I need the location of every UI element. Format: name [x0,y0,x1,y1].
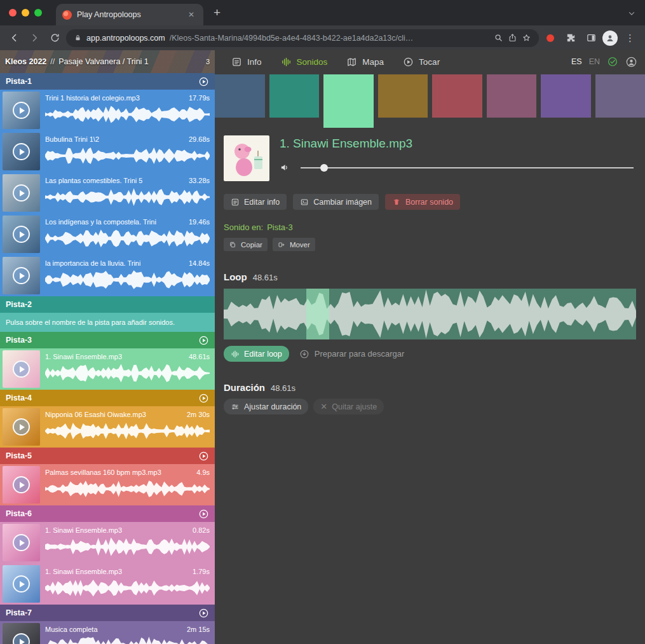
sound-thumbnail[interactable] [3,524,40,561]
track-header-pista-5[interactable]: Pista-5 [0,448,215,464]
sound-name[interactable]: Trini 1 historia del colegio.mp3 [45,94,140,102]
sound-item[interactable]: Musica completa2m 15s [0,621,215,644]
remove-adjust-button[interactable]: ✕ Quitar ajuste [313,399,384,414]
browser-tab[interactable]: Play Antropoloops ✕ [56,4,203,25]
sound-name[interactable]: Las plantas comestibles. Trini 5 [45,177,142,184]
sound-name[interactable]: 1. Sinawi Ensemble.mp3 [45,526,122,534]
sound-name[interactable]: Nipponia 06 Esashi Oiwake.mp3 [45,411,146,418]
prepare-download-button[interactable]: Preparar para descargar [299,349,405,359]
track-name[interactable]: Pista-6 [6,509,32,518]
breadcrumb-project[interactable]: Kleos 2022 [5,57,46,66]
sound-item[interactable]: 1. Sinawi Ensemble.mp348.61s [0,348,215,390]
forward-button[interactable] [25,29,43,47]
sound-location-track-link[interactable]: Pista-3 [267,223,292,232]
new-tab-button[interactable]: + [210,6,224,20]
zoom-icon[interactable] [494,33,503,43]
track-header-pista-4[interactable]: Pista-4 [0,390,215,406]
sound-thumbnail[interactable] [3,216,40,253]
sound-name[interactable]: Bubulina Trini 1\2 [45,135,99,143]
bookmark-star-icon[interactable] [522,33,531,43]
track-name[interactable]: Pista-2 [6,300,32,309]
sound-item[interactable]: 1. Sinawi Ensemble.mp30.82s [0,522,215,563]
tab-tocar[interactable]: Tocar [403,57,440,67]
loop-selection-region[interactable] [306,289,329,339]
account-icon[interactable] [625,56,637,68]
adjust-duration-button[interactable]: Ajustar duración [224,399,308,414]
play-overlay-icon[interactable] [3,623,40,644]
play-overlay-icon[interactable] [3,257,40,294]
sound-thumbnail[interactable] [3,92,40,129]
traffic-close-button[interactable] [9,9,17,17]
palette-swatch-5[interactable] [432,74,482,118]
track-header-pista-3[interactable]: Pista-3 [0,332,215,348]
speaker-icon[interactable] [280,162,290,173]
play-overlay-icon[interactable] [3,174,40,212]
track-play-icon[interactable] [198,393,209,404]
sound-item[interactable]: Las plantas comestibles. Trini 533.28s [0,172,215,214]
browser-menu-icon[interactable]: ⋮ [620,32,640,44]
palette-swatch-2[interactable] [269,74,320,118]
tab-mapa[interactable]: Mapa [346,57,384,67]
play-overlay-icon[interactable] [3,92,40,129]
sound-item[interactable]: Los indígenas y la compostela. Trini19.4… [0,214,215,255]
edit-loop-button[interactable]: Editar loop [224,346,289,362]
sound-name[interactable]: 1. Sinawi Ensemble.mp3 [45,353,122,360]
sound-thumbnail[interactable] [3,174,40,212]
palette-swatch-6[interactable] [487,74,537,118]
track-play-icon[interactable] [198,76,209,87]
reload-button[interactable] [46,29,64,47]
play-overlay-icon[interactable] [3,216,40,253]
sound-thumbnail[interactable] [3,408,40,446]
tab-sonidos[interactable]: Sonidos [281,57,328,67]
traffic-minimize-button[interactable] [22,9,29,17]
sound-thumbnail[interactable] [3,565,40,603]
track-name[interactable]: Pista-4 [6,394,32,402]
extensions-puzzle-icon[interactable] [562,29,580,47]
play-overlay-icon[interactable] [3,133,40,170]
delete-sound-button[interactable]: Borrar sonido [385,194,460,210]
breadcrumb-path[interactable]: Pasaje Valvanera / Trini 1 [58,57,149,66]
sound-item[interactable]: Bubulina Trini 1\229.68s [0,131,215,172]
sound-item[interactable]: Trini 1 historia del colegio.mp317.79s [0,90,215,131]
sound-item[interactable]: Palmas sevillanas 160 bpm mp3.mp34.9s [0,464,215,505]
tab-info[interactable]: Info [231,57,262,67]
palette-swatch-1[interactable] [215,74,265,118]
palette-swatch-8[interactable] [595,74,645,118]
sound-name[interactable]: Musica completa [45,626,98,633]
volume-slider[interactable] [301,167,634,168]
sound-item[interactable]: 1. Sinawi Ensemble.mp31.79s [0,563,215,605]
side-panel-icon[interactable] [582,29,600,47]
traffic-zoom-button[interactable] [34,9,42,17]
recording-extension-icon[interactable] [547,34,554,42]
edit-info-button[interactable]: Editar info [224,194,287,210]
lock-icon[interactable] [74,34,82,42]
sound-name[interactable]: la importancia de la lluvia. Trini [45,259,140,267]
track-play-icon[interactable] [198,335,209,346]
change-image-button[interactable]: Cambiar imágen [293,194,379,210]
close-tab-icon[interactable]: ✕ [186,9,197,20]
copy-button[interactable]: Copiar [224,238,268,251]
sound-thumbnail[interactable] [3,133,40,170]
lang-en[interactable]: EN [589,57,600,66]
play-overlay-icon[interactable] [3,466,40,504]
track-header-pista-6[interactable]: Pista-6 [0,505,215,522]
move-button[interactable]: Mover [273,238,315,251]
sound-item[interactable]: Nipponia 06 Esashi Oiwake.mp32m 30s [0,406,215,448]
palette-swatch-7[interactable] [541,74,591,118]
track-name[interactable]: Pista-7 [6,608,32,617]
sound-thumbnail[interactable] [3,350,40,388]
sound-image[interactable] [224,135,269,181]
sound-name[interactable]: Los indígenas y la compostela. Trini [45,218,156,226]
sound-name[interactable]: Palmas sevillanas 160 bpm mp3.mp3 [45,469,161,476]
profile-avatar[interactable] [602,31,618,46]
share-icon[interactable] [508,33,517,43]
palette-swatch-3[interactable] [323,74,374,128]
track-play-icon[interactable] [198,608,209,619]
play-overlay-icon[interactable] [3,524,40,561]
sound-thumbnail[interactable] [3,257,40,294]
play-overlay-icon[interactable] [3,565,40,603]
track-header-pista-7[interactable]: Pista-7 [0,605,215,621]
track-header-pista-1[interactable]: Pista-1 [0,73,215,90]
sound-item[interactable]: la importancia de la lluvia. Trini14.84s [0,255,215,296]
back-button[interactable] [5,29,23,47]
